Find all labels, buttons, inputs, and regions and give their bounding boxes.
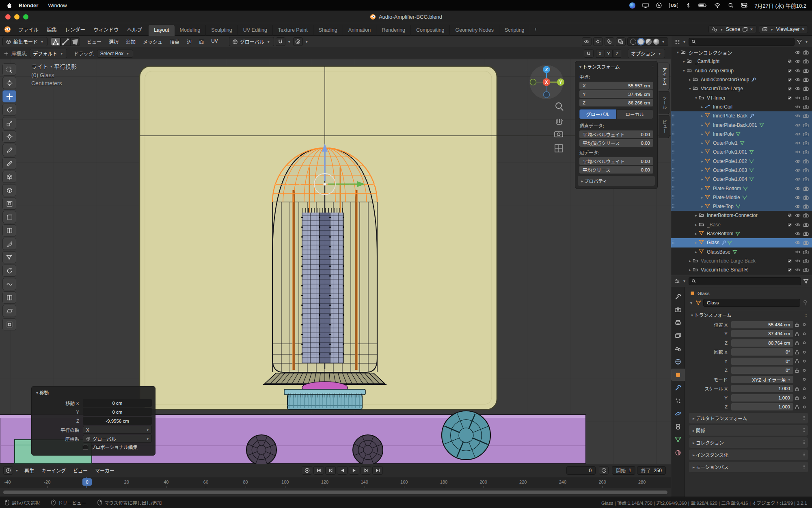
measure-tool-button[interactable] [2,157,16,169]
disable-render-icon[interactable] [802,132,810,137]
disclosure-arrow[interactable]: ▸ [700,141,705,145]
properties-editor-icon[interactable] [674,278,680,284]
timeline-menu-3[interactable]: マーカー [91,466,118,475]
hide-eye-icon[interactable] [794,213,802,218]
auto-keying-button[interactable] [302,466,312,475]
viewport-menu-5[interactable]: 辺 [183,37,195,46]
smooth-tool-button[interactable] [2,278,16,290]
disclosure-arrow[interactable]: ▾ [687,87,693,91]
exclude-checkbox[interactable] [786,96,794,100]
disable-render-icon[interactable] [802,177,810,182]
exclude-checkbox[interactable] [786,213,794,218]
disable-render-icon[interactable] [802,168,810,173]
properties-tab-world[interactable] [671,356,685,368]
workspace-tab-animation[interactable]: Animation [343,25,377,36]
edge-select-button[interactable] [60,37,70,46]
workspace-tab-scripting[interactable]: Scripting [499,25,530,36]
outliner-row-Audio-Amp Group[interactable]: ▾Audio-Amp Group [671,66,812,75]
disable-render-icon[interactable] [802,258,810,263]
spin-tool-button[interactable] [2,265,16,277]
animate-dot-icon[interactable] [801,322,808,327]
disclosure-arrow[interactable]: ▸ [700,105,705,109]
operator-value-field[interactable]: -9.9556 cm [83,417,152,425]
hide-eye-icon[interactable] [794,222,802,227]
navigation-gizmo[interactable]: Z Y X [529,65,564,99]
rotate-tool-button[interactable] [2,104,16,116]
disclosure-arrow[interactable]: ▸ [687,268,693,272]
outliner-row-OuterPole1.002[interactable]: ▸OuterPole1.002 [671,157,812,166]
disable-render-icon[interactable] [802,195,810,200]
search-input[interactable] [698,39,792,44]
viewport-menu-4[interactable]: 頂点 [166,37,183,46]
outliner-row-_Cam/Light[interactable]: ▸_Cam/Light [671,57,812,66]
hide-eye-icon[interactable] [794,258,802,263]
cursor-tool-button[interactable] [2,77,16,89]
workspace-tab-sculpting[interactable]: Sculpting [206,25,238,36]
workspace-tab-texture-paint[interactable]: Texture Paint [273,25,313,36]
zoom-icon[interactable] [556,103,563,111]
disable-render-icon[interactable] [802,159,810,164]
edge-data-field[interactable]: 平均クリース0.00 [579,166,653,174]
shading-dropdown[interactable]: ▾ [662,39,664,44]
hide-eye-icon[interactable] [794,132,802,137]
operator-value-field[interactable]: 0 cm [83,408,152,416]
hide-eye-icon[interactable] [794,195,802,200]
exclude-checkbox[interactable] [786,222,794,227]
exclude-checkbox[interactable] [786,59,794,64]
exclude-checkbox[interactable] [786,77,794,82]
hide-eye-icon[interactable] [794,231,802,236]
transform-value-field[interactable]: 55.484 cm [731,321,793,328]
jump-start-button[interactable] [313,466,324,475]
properties-tab-particles[interactable] [671,395,685,407]
animate-dot-icon[interactable] [801,386,808,391]
minimize-window-button[interactable] [14,14,19,20]
transform-tool-button[interactable] [2,130,16,143]
disable-render-icon[interactable] [802,77,810,82]
filter-icon[interactable] [797,39,802,45]
solid-shading-button[interactable] [638,39,644,45]
outliner-row-OuterPole1.003[interactable]: ▸OuterPole1.003 [671,166,812,175]
scrollbar-thumb[interactable] [3,491,667,494]
filter-dropdown[interactable]: ▾ [806,39,808,44]
inset-tool-button[interactable] [2,198,16,210]
editor-type-dropdown[interactable]: ▾ [683,39,685,44]
disable-render-icon[interactable] [802,222,810,227]
properties-tab-constraints[interactable] [671,421,685,433]
hide-eye-icon[interactable] [794,113,802,118]
pin-icon[interactable] [802,300,808,306]
disclosure-arrow[interactable]: ▸ [700,177,705,181]
disclosure-arrow[interactable]: ▸ [687,259,693,263]
outliner-row-_Base[interactable]: ▸_Base [671,220,812,229]
disclosure-arrow[interactable]: ▸ [693,250,699,254]
snap-settings-icon[interactable] [584,49,594,58]
battery-icon[interactable] [698,2,707,8]
exclude-checkbox[interactable] [786,267,794,272]
outliner-row-OuterPole1.001[interactable]: ▸OuterPole1.001 [671,148,812,156]
disable-render-icon[interactable] [802,113,810,118]
space-toggle-1[interactable]: ローカル [616,109,653,119]
outliner-row-OuterPole1.004[interactable]: ▸OuterPole1.004 [671,175,812,184]
bevel-tool-button[interactable] [2,211,16,223]
animate-dot-icon[interactable] [801,331,808,336]
properties-tab-data[interactable] [671,434,685,446]
visibility-dropdown[interactable] [582,37,592,46]
lock-icon[interactable] [793,386,801,391]
hide-eye-icon[interactable] [794,186,802,191]
prev-keyframe-button[interactable] [325,466,336,475]
topbar-menu-2[interactable]: レンダー [61,24,89,35]
properties-tab-output[interactable] [671,317,685,329]
transform-value-field[interactable]: 0° [731,348,793,356]
viewport-menu-0[interactable]: ビュー [83,37,105,46]
mirror-x-button[interactable]: X [596,50,604,58]
rotation-mode-dropdown[interactable]: XYZ オイラー角▾ [731,376,793,383]
lock-icon[interactable] [793,395,801,400]
bluetooth-icon[interactable] [685,2,691,8]
timeline-editor-icon[interactable] [3,466,13,475]
outliner-search[interactable] [689,38,795,46]
scale-tool-button[interactable] [2,117,16,129]
shear-tool-button[interactable] [2,305,16,317]
workspace-tab-layout[interactable]: Layout [149,25,175,36]
disclosure-arrow[interactable]: ▸ [700,123,705,127]
sidebar-tab-0[interactable]: アイテム [659,63,669,90]
axis-neg-z[interactable] [544,92,550,98]
